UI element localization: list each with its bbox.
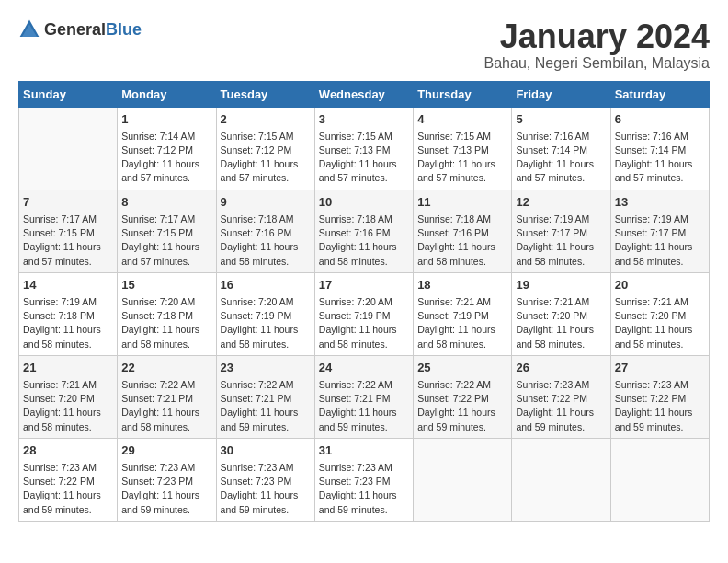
calendar-table: SundayMondayTuesdayWednesdayThursdayFrid… xyxy=(18,81,710,522)
calendar-cell: 14Sunrise: 7:19 AM Sunset: 7:18 PM Dayli… xyxy=(19,272,118,355)
logo-text-blue: Blue xyxy=(106,20,142,39)
calendar-cell: 30Sunrise: 7:23 AM Sunset: 7:23 PM Dayli… xyxy=(216,438,314,521)
week-row-3: 14Sunrise: 7:19 AM Sunset: 7:18 PM Dayli… xyxy=(19,272,710,355)
calendar-cell: 20Sunrise: 7:21 AM Sunset: 7:20 PM Dayli… xyxy=(610,272,709,355)
calendar-cell: 29Sunrise: 7:23 AM Sunset: 7:23 PM Dayli… xyxy=(118,438,216,521)
day-number: 16 xyxy=(221,277,311,293)
calendar-cell: 16Sunrise: 7:20 AM Sunset: 7:19 PM Dayli… xyxy=(216,272,314,355)
day-number: 20 xyxy=(615,277,705,293)
day-info: Sunrise: 7:16 AM Sunset: 7:14 PM Dayligh… xyxy=(516,130,606,186)
weekday-header-friday: Friday xyxy=(512,81,610,107)
calendar-cell: 15Sunrise: 7:20 AM Sunset: 7:18 PM Dayli… xyxy=(118,272,216,355)
day-info: Sunrise: 7:15 AM Sunset: 7:12 PM Dayligh… xyxy=(221,130,311,186)
day-info: Sunrise: 7:22 AM Sunset: 7:21 PM Dayligh… xyxy=(121,378,211,434)
day-number: 17 xyxy=(319,277,409,293)
day-number: 9 xyxy=(221,194,311,211)
day-number: 21 xyxy=(23,360,113,376)
day-number: 4 xyxy=(417,111,507,128)
day-number: 3 xyxy=(319,111,409,128)
weekday-header-saturday: Saturday xyxy=(610,81,709,107)
calendar-cell: 10Sunrise: 7:18 AM Sunset: 7:16 PM Dayli… xyxy=(314,190,413,272)
day-info: Sunrise: 7:23 AM Sunset: 7:22 PM Dayligh… xyxy=(516,378,606,434)
day-info: Sunrise: 7:19 AM Sunset: 7:17 PM Dayligh… xyxy=(615,213,705,269)
week-row-5: 28Sunrise: 7:23 AM Sunset: 7:22 PM Dayli… xyxy=(19,438,710,521)
day-number: 12 xyxy=(516,194,606,211)
day-info: Sunrise: 7:23 AM Sunset: 7:22 PM Dayligh… xyxy=(615,378,705,434)
day-info: Sunrise: 7:18 AM Sunset: 7:16 PM Dayligh… xyxy=(319,213,409,269)
calendar-cell: 1Sunrise: 7:14 AM Sunset: 7:12 PM Daylig… xyxy=(118,107,216,190)
calendar-cell: 5Sunrise: 7:16 AM Sunset: 7:14 PM Daylig… xyxy=(512,107,610,190)
calendar-cell: 21Sunrise: 7:21 AM Sunset: 7:20 PM Dayli… xyxy=(19,355,118,438)
day-number: 11 xyxy=(417,194,507,211)
weekday-header-wednesday: Wednesday xyxy=(314,81,413,107)
calendar-cell: 17Sunrise: 7:20 AM Sunset: 7:19 PM Dayli… xyxy=(314,272,413,355)
calendar-cell: 23Sunrise: 7:22 AM Sunset: 7:21 PM Dayli… xyxy=(216,355,314,438)
logo: GeneralBlue xyxy=(18,18,142,40)
logo-icon xyxy=(18,18,40,40)
day-info: Sunrise: 7:21 AM Sunset: 7:20 PM Dayligh… xyxy=(615,295,705,351)
day-number: 25 xyxy=(417,360,507,376)
calendar-cell: 6Sunrise: 7:16 AM Sunset: 7:14 PM Daylig… xyxy=(610,107,709,190)
main-title: January 2024 xyxy=(484,18,710,55)
day-number: 18 xyxy=(417,277,507,293)
day-info: Sunrise: 7:21 AM Sunset: 7:20 PM Dayligh… xyxy=(23,378,113,434)
day-info: Sunrise: 7:20 AM Sunset: 7:19 PM Dayligh… xyxy=(221,295,311,351)
day-info: Sunrise: 7:18 AM Sunset: 7:16 PM Dayligh… xyxy=(417,213,507,269)
day-number: 6 xyxy=(615,111,705,128)
weekday-header-tuesday: Tuesday xyxy=(216,81,314,107)
day-number: 13 xyxy=(615,194,705,211)
day-info: Sunrise: 7:20 AM Sunset: 7:18 PM Dayligh… xyxy=(121,295,211,351)
day-info: Sunrise: 7:17 AM Sunset: 7:15 PM Dayligh… xyxy=(23,213,113,269)
day-number: 14 xyxy=(23,277,113,293)
day-number: 24 xyxy=(319,360,409,376)
week-row-4: 21Sunrise: 7:21 AM Sunset: 7:20 PM Dayli… xyxy=(19,355,710,438)
calendar-cell: 7Sunrise: 7:17 AM Sunset: 7:15 PM Daylig… xyxy=(19,190,118,272)
day-info: Sunrise: 7:23 AM Sunset: 7:22 PM Dayligh… xyxy=(23,461,113,517)
day-number: 2 xyxy=(221,111,311,128)
calendar-cell xyxy=(610,438,709,521)
day-info: Sunrise: 7:22 AM Sunset: 7:21 PM Dayligh… xyxy=(221,378,311,434)
calendar-cell: 4Sunrise: 7:15 AM Sunset: 7:13 PM Daylig… xyxy=(414,107,512,190)
weekday-header-sunday: Sunday xyxy=(19,81,118,107)
title-area: January 2024 Bahau, Negeri Sembilan, Mal… xyxy=(484,18,710,72)
day-number: 30 xyxy=(221,442,311,459)
calendar-cell: 25Sunrise: 7:22 AM Sunset: 7:22 PM Dayli… xyxy=(414,355,512,438)
calendar-cell: 31Sunrise: 7:23 AM Sunset: 7:23 PM Dayli… xyxy=(314,438,413,521)
calendar-cell xyxy=(19,107,118,190)
day-info: Sunrise: 7:14 AM Sunset: 7:12 PM Dayligh… xyxy=(121,130,211,186)
week-row-2: 7Sunrise: 7:17 AM Sunset: 7:15 PM Daylig… xyxy=(19,190,710,272)
day-info: Sunrise: 7:21 AM Sunset: 7:19 PM Dayligh… xyxy=(417,295,507,351)
day-number: 1 xyxy=(121,111,211,128)
day-info: Sunrise: 7:16 AM Sunset: 7:14 PM Dayligh… xyxy=(615,130,705,186)
day-number: 27 xyxy=(615,360,705,376)
day-info: Sunrise: 7:19 AM Sunset: 7:18 PM Dayligh… xyxy=(23,295,113,351)
day-number: 7 xyxy=(23,194,113,211)
header: GeneralBlue January 2024 Bahau, Negeri S… xyxy=(18,18,710,72)
day-number: 28 xyxy=(23,442,113,459)
day-info: Sunrise: 7:22 AM Sunset: 7:22 PM Dayligh… xyxy=(417,378,507,434)
day-info: Sunrise: 7:23 AM Sunset: 7:23 PM Dayligh… xyxy=(319,461,409,517)
day-number: 10 xyxy=(319,194,409,211)
calendar-cell: 27Sunrise: 7:23 AM Sunset: 7:22 PM Dayli… xyxy=(610,355,709,438)
calendar-cell: 28Sunrise: 7:23 AM Sunset: 7:22 PM Dayli… xyxy=(19,438,118,521)
day-info: Sunrise: 7:23 AM Sunset: 7:23 PM Dayligh… xyxy=(121,461,211,517)
calendar-cell: 19Sunrise: 7:21 AM Sunset: 7:20 PM Dayli… xyxy=(512,272,610,355)
calendar-cell: 26Sunrise: 7:23 AM Sunset: 7:22 PM Dayli… xyxy=(512,355,610,438)
day-number: 22 xyxy=(121,360,211,376)
day-info: Sunrise: 7:15 AM Sunset: 7:13 PM Dayligh… xyxy=(417,130,507,186)
calendar-cell: 22Sunrise: 7:22 AM Sunset: 7:21 PM Dayli… xyxy=(118,355,216,438)
weekday-header-thursday: Thursday xyxy=(414,81,512,107)
week-row-1: 1Sunrise: 7:14 AM Sunset: 7:12 PM Daylig… xyxy=(19,107,710,190)
calendar-cell: 8Sunrise: 7:17 AM Sunset: 7:15 PM Daylig… xyxy=(118,190,216,272)
day-number: 26 xyxy=(516,360,606,376)
calendar-cell: 13Sunrise: 7:19 AM Sunset: 7:17 PM Dayli… xyxy=(610,190,709,272)
day-info: Sunrise: 7:17 AM Sunset: 7:15 PM Dayligh… xyxy=(121,213,211,269)
weekday-header-row: SundayMondayTuesdayWednesdayThursdayFrid… xyxy=(19,81,710,107)
day-info: Sunrise: 7:20 AM Sunset: 7:19 PM Dayligh… xyxy=(319,295,409,351)
calendar-cell: 2Sunrise: 7:15 AM Sunset: 7:12 PM Daylig… xyxy=(216,107,314,190)
day-number: 31 xyxy=(319,442,409,459)
day-number: 23 xyxy=(221,360,311,376)
day-number: 8 xyxy=(121,194,211,211)
calendar-cell: 11Sunrise: 7:18 AM Sunset: 7:16 PM Dayli… xyxy=(414,190,512,272)
subtitle: Bahau, Negeri Sembilan, Malaysia xyxy=(484,55,710,72)
